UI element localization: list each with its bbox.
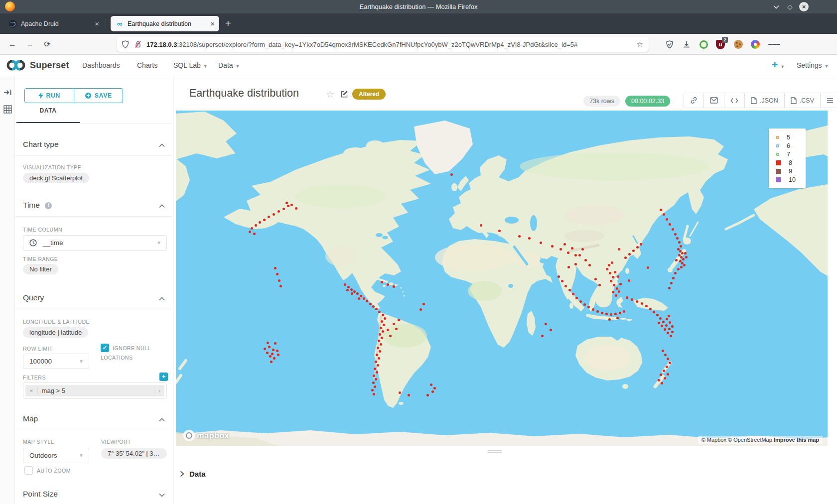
tab-apache-druid[interactable]: Apache Druid × (4, 16, 104, 31)
insecure-lock-icon[interactable] (134, 40, 142, 48)
new-tab-button[interactable]: + (225, 17, 231, 29)
legend-swatch (776, 136, 779, 139)
earthquake-point (550, 329, 552, 331)
filter-value[interactable]: mag > 5 (42, 387, 154, 394)
time-column-select[interactable]: __time ▼ (23, 235, 167, 251)
save-button[interactable]: SAVE (74, 89, 123, 103)
tab-close-icon[interactable]: × (92, 19, 104, 28)
minimize-button[interactable] (771, 2, 781, 11)
earthquake-point (575, 297, 578, 299)
tab-divider (15, 123, 173, 124)
expand-panel-icon[interactable] (3, 89, 12, 98)
email-button[interactable] (704, 93, 724, 108)
edit-properties-icon[interactable] (340, 90, 348, 100)
bookmark-star-icon[interactable]: ☆ (631, 40, 649, 49)
nav-add-button[interactable]: +▼ (772, 55, 785, 76)
viz-type-label: VISUALIZATION TYPE (23, 164, 81, 170)
chevron-up-icon[interactable] (159, 142, 165, 148)
run-button[interactable]: RUN (25, 89, 74, 103)
tracking-shield-icon[interactable] (122, 40, 129, 48)
chevron-up-icon[interactable] (159, 203, 165, 209)
filter-box[interactable]: × mag > 5 › (23, 382, 167, 399)
earthquake-point (574, 254, 577, 256)
earthquake-point (541, 335, 544, 337)
section-query[interactable]: Query (23, 293, 44, 302)
time-range-value[interactable]: No filter (23, 264, 58, 274)
section-time[interactable]: Time i (23, 201, 52, 210)
embed-code-button[interactable] (724, 93, 745, 108)
row-count-badge: 73k rows (583, 96, 620, 107)
section-point-size[interactable]: Point Size (23, 490, 58, 499)
tab-earthquake-distribution[interactable]: ∞ Earthquake distribution × (111, 16, 219, 31)
cookie-extension-icon[interactable] (732, 38, 744, 50)
earthquake-point (387, 283, 389, 286)
section-map[interactable]: Map (23, 414, 38, 423)
nav-data[interactable]: Data▼ (218, 55, 240, 76)
remove-filter-icon[interactable]: × (25, 387, 38, 394)
copy-link-button[interactable] (684, 93, 704, 108)
attribution-text[interactable]: © Mapbox © OpenStreetMap (701, 437, 772, 443)
earthquake-point (670, 335, 672, 337)
earthquake-point (598, 284, 601, 286)
tab-data[interactable]: DATA (16, 107, 80, 114)
forward-button[interactable]: → (23, 38, 36, 51)
chart-area: Earthquake distribution ☆ Altered 73k ro… (174, 76, 837, 504)
mapbox-logo-icon (183, 430, 195, 441)
deckgl-map[interactable]: 5678910 mapbox © Mapbox © OpenStreetMap … (176, 111, 828, 446)
downloads-icon[interactable] (681, 38, 693, 50)
earthquake-point (271, 353, 274, 355)
earthquake-point (268, 346, 271, 348)
export-json-button[interactable]: .JSON (745, 93, 785, 108)
earthquake-point (282, 208, 285, 210)
earthquake-point (377, 347, 379, 349)
earthquake-point (372, 305, 375, 308)
viewport-value[interactable]: 7° 35' 54.02" | 31… (101, 448, 167, 459)
export-csv-button[interactable]: .CSV (785, 93, 821, 108)
auto-zoom-checkbox[interactable] (24, 466, 33, 475)
ignore-null-checkbox[interactable]: ✓ (101, 344, 109, 352)
chevron-down-icon[interactable] (159, 492, 165, 498)
superset-brand[interactable]: Superset (6, 59, 69, 72)
chart-menu-button[interactable] (821, 93, 837, 108)
earthquake-point (369, 303, 372, 305)
earthquake-point (612, 276, 614, 278)
altered-badge[interactable]: Altered (352, 89, 386, 100)
nav-dashboards[interactable]: Dashboards (82, 55, 120, 76)
close-button[interactable]: × (799, 2, 809, 11)
section-chart-type[interactable]: Chart type (23, 140, 59, 149)
row-limit-select[interactable]: 100000 ▼ (23, 354, 89, 369)
earthquake-point (583, 303, 586, 306)
nav-settings[interactable]: Settings▼ (797, 55, 829, 76)
tab-close-icon[interactable]: × (207, 19, 219, 28)
extension-green-icon[interactable] (698, 38, 709, 50)
pocket-shield-icon[interactable] (664, 38, 676, 50)
add-filter-button[interactable]: + (159, 373, 168, 381)
superset-navbar: Superset Dashboards Charts SQL Lab▼ Data… (0, 55, 837, 76)
lonlat-value[interactable]: longitude | latitude (23, 327, 88, 338)
window-title: Earthquake distribution — Mozilla Firefo… (0, 0, 837, 13)
filter-expand-icon[interactable]: › (154, 387, 164, 394)
url-field[interactable]: 172.18.0.3:32108/superset/explore/?form_… (117, 37, 649, 52)
viz-type-value[interactable]: deck.gl Scatterplot (23, 173, 89, 183)
back-button[interactable]: ← (6, 38, 19, 51)
maximize-button[interactable]: ◇ (785, 2, 795, 11)
ublock-icon[interactable]: u2 (714, 38, 726, 50)
resize-handle[interactable] (488, 449, 502, 454)
earthquake-point (384, 317, 386, 320)
pinwheel-extension-icon[interactable] (749, 38, 761, 50)
chevron-down-icon: ▼ (79, 453, 89, 458)
map-style-select[interactable]: Outdoors ▼ (23, 448, 89, 463)
dataset-grid-icon[interactable] (3, 105, 12, 116)
nav-charts[interactable]: Charts (137, 55, 157, 76)
improve-map-link[interactable]: Improve this map (774, 437, 819, 443)
url-text[interactable]: 172.18.0.3:32108/superset/explore/?form_… (146, 41, 631, 48)
data-panel-toggle[interactable]: Data (180, 470, 206, 478)
section-divider (15, 155, 173, 156)
menu-icon[interactable] (768, 38, 780, 50)
nav-sql-lab[interactable]: SQL Lab▼ (173, 55, 208, 76)
chevron-up-icon[interactable] (159, 296, 165, 302)
reload-button[interactable]: ⟳ (41, 38, 54, 51)
chevron-up-icon[interactable] (159, 417, 165, 423)
favorite-star-icon[interactable]: ☆ (326, 89, 334, 100)
mapbox-logo[interactable]: mapbox (183, 430, 229, 441)
